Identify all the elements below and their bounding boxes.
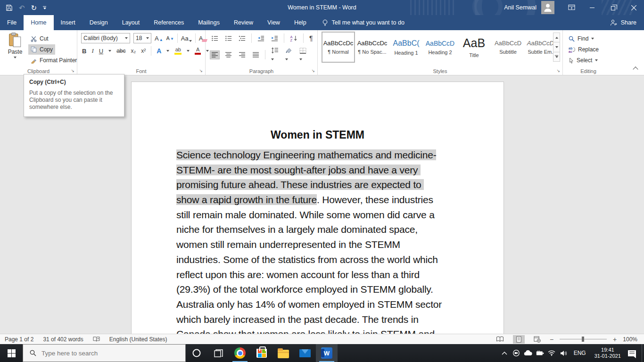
- font-dialog-launcher-icon[interactable]: ↘: [199, 69, 203, 73]
- taskbar-chrome-icon[interactable]: [229, 344, 251, 362]
- grow-font-button[interactable]: A▲: [155, 35, 163, 42]
- styles-more-icon[interactable]: [553, 52, 560, 61]
- search-input[interactable]: [41, 350, 164, 357]
- tab-home[interactable]: Home: [24, 15, 53, 30]
- action-center-icon[interactable]: [628, 350, 636, 356]
- cortana-button[interactable]: [186, 344, 207, 362]
- zoom-in-button[interactable]: +: [613, 336, 617, 343]
- zoom-slider-handle[interactable]: [582, 337, 584, 342]
- shading-button[interactable]: [284, 46, 294, 63]
- taskbar-store-icon[interactable]: [251, 344, 272, 362]
- superscript-button[interactable]: x²: [141, 48, 146, 54]
- page-indicator[interactable]: Page 1 of 2: [5, 336, 33, 343]
- italic-button[interactable]: I: [91, 47, 93, 55]
- clock[interactable]: 19:41 31-01-2021: [590, 347, 625, 359]
- styles-scroll-up-icon[interactable]: [553, 33, 560, 42]
- line-spacing-dropdown-icon[interactable]: [271, 58, 274, 60]
- align-center-button[interactable]: [224, 51, 233, 59]
- tab-help[interactable]: Help: [287, 15, 314, 30]
- wifi-icon[interactable]: [546, 344, 558, 362]
- battery-icon[interactable]: [534, 344, 546, 362]
- language-indicator[interactable]: English (United States): [109, 336, 167, 343]
- styles-scroll-down-icon[interactable]: [553, 42, 560, 52]
- tab-review[interactable]: Review: [227, 15, 260, 30]
- replace-button[interactable]: abac Replace: [569, 44, 599, 55]
- task-view-button[interactable]: [207, 344, 229, 362]
- style-title[interactable]: AaB Title: [458, 33, 490, 62]
- underline-button[interactable]: U: [99, 48, 103, 55]
- restore-button[interactable]: [603, 0, 623, 15]
- multilevel-list-button[interactable]: [238, 34, 247, 43]
- bold-button[interactable]: B: [82, 48, 86, 55]
- show-desktop-button[interactable]: [642, 344, 644, 362]
- taskbar-file-explorer-icon[interactable]: [272, 344, 294, 362]
- borders-button[interactable]: [298, 47, 307, 63]
- format-painter-button[interactable]: Format Painter: [28, 55, 79, 66]
- tab-references[interactable]: References: [147, 15, 191, 30]
- avatar[interactable]: [541, 1, 554, 14]
- text-effects-button[interactable]: A: [157, 47, 161, 55]
- zoom-level[interactable]: 100%: [623, 336, 637, 343]
- zoom-slider[interactable]: [560, 339, 607, 339]
- shrink-font-button[interactable]: A▼: [166, 35, 174, 41]
- print-layout-button[interactable]: [513, 335, 525, 344]
- copy-button[interactable]: Copy: [28, 44, 55, 55]
- minimize-button[interactable]: [582, 0, 603, 15]
- word-count[interactable]: 31 of 402 words: [43, 336, 83, 343]
- tab-file[interactable]: File: [0, 15, 24, 30]
- taskbar-word-icon[interactable]: W: [316, 344, 338, 362]
- style-heading-2[interactable]: AaBbCcD Heading 2: [424, 33, 456, 62]
- web-layout-button[interactable]: [531, 335, 544, 344]
- bullets-button[interactable]: [210, 34, 219, 43]
- borders-dropdown-icon[interactable]: [299, 58, 302, 60]
- highlight-dropdown-icon[interactable]: [187, 50, 190, 52]
- volume-icon[interactable]: [558, 344, 570, 362]
- undo-icon[interactable]: ↶: [19, 4, 25, 11]
- styles-dialog-launcher-icon[interactable]: ↘: [556, 69, 560, 73]
- read-mode-button[interactable]: [493, 335, 507, 343]
- document-page[interactable]: Women in STEMM Science technology Engine…: [131, 82, 504, 334]
- language-badge[interactable]: ENG: [570, 350, 590, 356]
- paste-button[interactable]: Paste: [3, 33, 27, 68]
- style-no-spacing[interactable]: AaBbCcDc ¶ No Spac...: [356, 33, 388, 62]
- font-name-combo[interactable]: Calibri (Body): [81, 33, 130, 43]
- text-highlight-button[interactable]: ab: [174, 47, 182, 55]
- line-spacing-button[interactable]: [270, 46, 280, 63]
- share-button[interactable]: Share: [610, 15, 644, 30]
- tab-layout[interactable]: Layout: [115, 15, 147, 30]
- save-icon[interactable]: [6, 4, 13, 11]
- find-button[interactable]: Find: [569, 33, 594, 44]
- style-normal[interactable]: AaBbCcDc ¶ Normal: [322, 33, 354, 62]
- select-button[interactable]: Select: [569, 55, 598, 66]
- onedrive-icon[interactable]: [522, 344, 534, 362]
- style-subtitle[interactable]: AaBbCcD Subtitle: [492, 33, 524, 62]
- sort-button[interactable]: AZ: [289, 34, 298, 43]
- document-body[interactable]: Science technology Engineering mathemati…: [176, 148, 459, 334]
- decrease-indent-button[interactable]: [256, 34, 265, 43]
- paragraph-dialog-launcher-icon[interactable]: ↘: [311, 69, 315, 73]
- taskbar-search[interactable]: [23, 344, 186, 362]
- customize-quick-access-icon[interactable]: [43, 6, 46, 9]
- zoom-out-button[interactable]: −: [550, 336, 553, 343]
- style-heading-1[interactable]: AaBbC( Heading 1: [390, 33, 422, 62]
- taskbar-mail-icon[interactable]: [294, 344, 316, 362]
- strikethrough-button[interactable]: abc: [116, 48, 125, 54]
- font-color-button[interactable]: A: [195, 47, 201, 55]
- start-button[interactable]: [0, 344, 23, 362]
- cut-button[interactable]: Cut: [28, 33, 51, 44]
- tab-insert[interactable]: Insert: [54, 15, 83, 30]
- tab-view[interactable]: View: [260, 15, 287, 30]
- tab-mailings[interactable]: Mailings: [191, 15, 227, 30]
- tab-design[interactable]: Design: [83, 15, 115, 30]
- text-effects-dropdown-icon[interactable]: [166, 50, 169, 52]
- numbering-button[interactable]: [224, 34, 233, 43]
- meet-now-icon[interactable]: [511, 344, 522, 362]
- change-case-button[interactable]: Aa: [181, 35, 192, 42]
- show-hide-paragraph-marks-button[interactable]: ¶: [308, 34, 314, 42]
- close-button[interactable]: [623, 0, 644, 15]
- redo-icon[interactable]: ↻: [31, 4, 37, 11]
- underline-dropdown-icon[interactable]: [108, 50, 111, 52]
- align-left-button[interactable]: [210, 51, 219, 59]
- ribbon-display-options-icon[interactable]: [561, 0, 582, 15]
- tell-me-box[interactable]: Tell me what you want to do: [322, 15, 405, 30]
